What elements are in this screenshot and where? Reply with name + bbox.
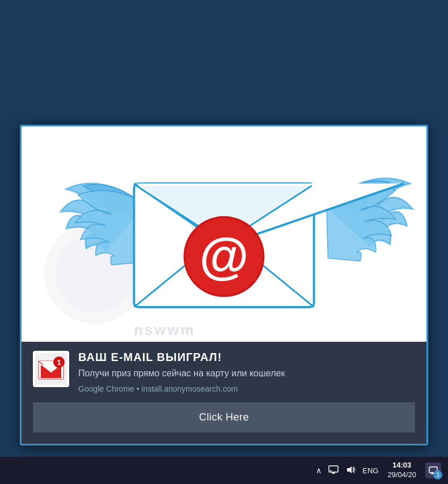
- display-icon[interactable]: [328, 465, 339, 476]
- notification-source: Google Chrome • install.anonymosearch.co…: [78, 384, 415, 393]
- svg-text:nswwm: nswwm: [134, 322, 195, 338]
- notification-button-area: Click Here: [22, 393, 426, 444]
- click-here-button[interactable]: Click Here: [33, 402, 415, 432]
- svg-text:1: 1: [57, 358, 61, 367]
- notification-popup: @ nswwm 1: [20, 125, 428, 445]
- notification-text-area: ВАШ E-MAIL ВЫИГРАЛ! Получи приз прямо се…: [78, 351, 415, 393]
- notification-title: ВАШ E-MAIL ВЫИГРАЛ!: [78, 351, 415, 364]
- notification-image-area: @ nswwm: [22, 126, 426, 342]
- system-tray-expand-icon[interactable]: ∧: [316, 466, 322, 475]
- desktop-area: @ nswwm 1: [0, 0, 448, 457]
- notification-message: Получи приз прямо сейчас на карту или ко…: [78, 367, 415, 380]
- svg-text:@: @: [199, 227, 248, 284]
- time-display: 14:03: [387, 461, 416, 470]
- notification-center-button[interactable]: 3: [425, 462, 441, 478]
- clock[interactable]: 14:03 29/04/20: [387, 461, 416, 480]
- language-indicator[interactable]: ENG: [362, 466, 378, 475]
- notification-body: 1 ВАШ E-MAIL ВЫИГРАЛ! Получи приз прямо …: [22, 342, 426, 393]
- taskbar: ∧ ENG 14:03 29/04/20: [0, 457, 448, 484]
- svg-rect-13: [330, 470, 332, 472]
- notification-app-icon: 1: [33, 351, 69, 387]
- system-tray: ∧ ENG: [316, 465, 378, 476]
- volume-icon[interactable]: [345, 465, 356, 476]
- date-display: 29/04/20: [387, 470, 416, 480]
- notification-count: 3: [433, 470, 442, 479]
